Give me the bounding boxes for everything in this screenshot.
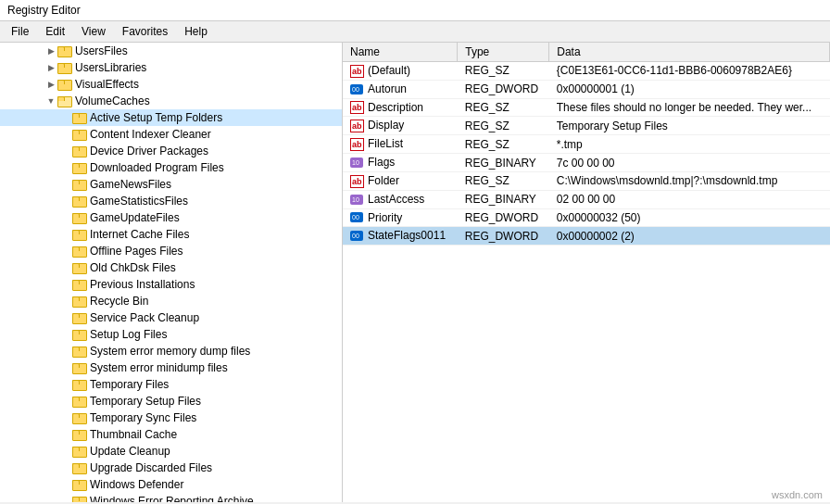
- tree-item[interactable]: ▶UsersFiles: [0, 43, 342, 59]
- tree-item[interactable]: GameUpdateFiles: [0, 209, 342, 226]
- reg-name-cell: FileList: [343, 135, 458, 154]
- tree-item[interactable]: Windows Error Reporting Archive: [0, 493, 342, 502]
- tree-item[interactable]: GameNewsFiles: [0, 176, 342, 193]
- tree-item[interactable]: Device Driver Packages: [0, 143, 342, 159]
- tree-item[interactable]: Internet Cache Files: [0, 226, 342, 243]
- tree-item[interactable]: Temporary Setup Files: [0, 393, 342, 410]
- reg-data: 0x00000032 (50): [549, 208, 830, 227]
- reg-name-cell: Autorun: [343, 80, 458, 98]
- tree-item-label: VisualEffects: [75, 78, 139, 91]
- reg-data: 02 00 00 00: [549, 190, 830, 208]
- tree-item[interactable]: GameStatisticsFiles: [0, 193, 342, 209]
- reg-type-icon: [350, 175, 365, 188]
- tree-item[interactable]: Setup Log Files: [0, 326, 342, 343]
- menu-item-favorites[interactable]: Favorites: [115, 23, 175, 40]
- tree-item-label: Upgrade Discarded Files: [90, 461, 212, 474]
- tree-item[interactable]: Downloaded Program Files: [0, 159, 342, 176]
- tree-item-label: Setup Log Files: [90, 328, 167, 341]
- reg-name-cell: LastAccess: [343, 190, 458, 208]
- tree-item[interactable]: Thumbnail Cache: [0, 426, 342, 443]
- table-row[interactable]: FlagsREG_BINARY7c 00 00 00: [343, 154, 830, 172]
- tree-item[interactable]: System error memory dump files: [0, 343, 342, 359]
- reg-type-icon: [350, 194, 365, 207]
- tree-panel[interactable]: ▶UsersFiles▶UsersLibraries▶VisualEffects…: [0, 43, 343, 502]
- col-name: Name: [343, 43, 458, 62]
- folder-icon: [57, 62, 72, 74]
- right-panel[interactable]: Name Type Data (Default)REG_SZ{C0E13E61-…: [343, 43, 830, 502]
- registry-table: Name Type Data (Default)REG_SZ{C0E13E61-…: [343, 43, 830, 246]
- tree-item-label: Device Driver Packages: [90, 145, 208, 158]
- reg-type: REG_SZ: [458, 135, 549, 154]
- folder-icon: [72, 279, 87, 291]
- app-title: Registry Editor: [7, 4, 81, 17]
- tree-item[interactable]: Temporary Sync Files: [0, 410, 342, 426]
- folder-icon: [72, 312, 87, 324]
- menu-item-file[interactable]: File: [4, 23, 36, 40]
- folder-icon: [72, 179, 87, 191]
- tree-item[interactable]: Previous Installations: [0, 276, 342, 293]
- tree-item-label: Windows Defender: [90, 478, 183, 491]
- reg-type: REG_SZ: [458, 117, 549, 135]
- folder-icon: [72, 212, 87, 224]
- tree-item[interactable]: ▶VisualEffects: [0, 76, 342, 93]
- table-row[interactable]: (Default)REG_SZ{C0E13E61-0CC6-11d1-BBB6-…: [343, 62, 830, 81]
- tree-item[interactable]: Recycle Bin: [0, 293, 342, 309]
- tree-item[interactable]: Active Setup Temp Folders: [0, 109, 342, 126]
- folder-icon: [72, 462, 87, 474]
- reg-name-cell: Display: [343, 117, 458, 135]
- table-row[interactable]: DescriptionREG_SZThese files should no l…: [343, 98, 830, 117]
- table-row[interactable]: LastAccessREG_BINARY02 00 00 00: [343, 190, 830, 208]
- reg-type: REG_DWORD: [458, 227, 549, 246]
- folder-icon: [72, 129, 87, 141]
- tree-item[interactable]: Upgrade Discarded Files: [0, 460, 342, 476]
- reg-name-cell: Folder: [343, 171, 458, 190]
- tree-item[interactable]: Service Pack Cleanup: [0, 309, 342, 326]
- tree-item-label: Active Setup Temp Folders: [90, 111, 222, 124]
- col-data: Data: [549, 43, 830, 62]
- table-row[interactable]: FolderREG_SZC:\Windows\msdownld.tmp|?:\m…: [343, 171, 830, 190]
- menu-item-view[interactable]: View: [74, 23, 113, 40]
- reg-type: REG_SZ: [458, 171, 549, 190]
- menu-item-edit[interactable]: Edit: [38, 23, 72, 40]
- reg-name: Folder: [368, 174, 399, 187]
- menu-item-help[interactable]: Help: [177, 23, 215, 40]
- reg-name: StateFlags0011: [368, 229, 446, 242]
- folder-icon: [72, 412, 87, 424]
- reg-name: Autorun: [368, 82, 407, 95]
- tree-arrow-icon: ▶: [44, 63, 57, 72]
- tree-arrow-icon: ▶: [44, 80, 57, 89]
- reg-data: 7c 00 00 00: [549, 154, 830, 172]
- reg-type: REG_SZ: [458, 62, 549, 81]
- reg-name-cell: Priority: [343, 208, 458, 227]
- reg-data: C:\Windows\msdownld.tmp|?:\msdownld.tmp: [549, 171, 830, 190]
- folder-icon: [72, 112, 87, 124]
- table-row[interactable]: FileListREG_SZ*.tmp: [343, 135, 830, 154]
- tree-item[interactable]: Old ChkDsk Files: [0, 259, 342, 276]
- tree-item[interactable]: Temporary Files: [0, 376, 342, 393]
- tree-item-label: Internet Cache Files: [90, 228, 189, 241]
- tree-item-label: Old ChkDsk Files: [90, 261, 176, 274]
- reg-data: {C0E13E61-0CC6-11d1-BBB6-0060978B2AE6}: [549, 62, 830, 81]
- tree-item[interactable]: Update Cleanup: [0, 443, 342, 460]
- tree-item-label: Downloaded Program Files: [90, 161, 224, 174]
- col-type: Type: [458, 43, 549, 62]
- table-row[interactable]: StateFlags0011REG_DWORD0x00000002 (2): [343, 227, 830, 246]
- folder-icon: [57, 45, 72, 57]
- reg-type-icon: [350, 211, 365, 224]
- folder-icon: [57, 95, 72, 107]
- tree-item[interactable]: ▶UsersLibraries: [0, 59, 342, 76]
- tree-item-label: Previous Installations: [90, 278, 195, 291]
- table-row[interactable]: AutorunREG_DWORD0x00000001 (1): [343, 80, 830, 98]
- tree-item[interactable]: ▼VolumeCaches: [0, 93, 342, 109]
- tree-item-label: Service Pack Cleanup: [90, 311, 199, 324]
- tree-item[interactable]: System error minidump files: [0, 359, 342, 376]
- reg-data: 0x00000001 (1): [549, 80, 830, 98]
- tree-item[interactable]: Content Indexer Cleaner: [0, 126, 342, 143]
- menu-bar: FileEditViewFavoritesHelp: [0, 21, 830, 43]
- tree-item[interactable]: Offline Pages Files: [0, 243, 342, 259]
- tree-item[interactable]: Windows Defender: [0, 476, 342, 493]
- table-row[interactable]: DisplayREG_SZTemporary Setup Files: [343, 117, 830, 135]
- tree-item-label: GameStatisticsFiles: [90, 195, 188, 208]
- table-row[interactable]: PriorityREG_DWORD0x00000032 (50): [343, 208, 830, 227]
- tree-item-label: Offline Pages Files: [90, 245, 183, 258]
